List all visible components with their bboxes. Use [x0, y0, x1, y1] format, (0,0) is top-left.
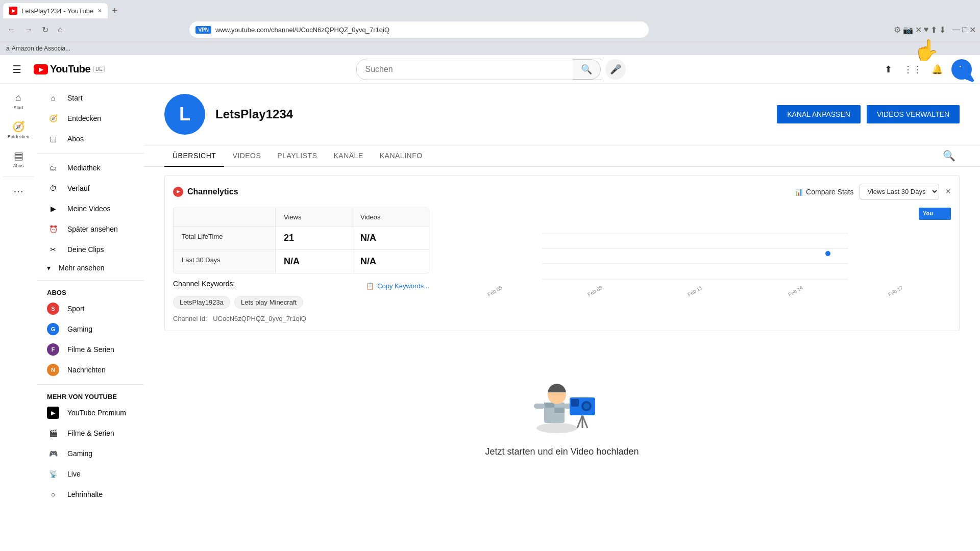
svg-point-5	[536, 423, 577, 433]
videos-col-header: Videos	[352, 208, 429, 227]
sidebar-item-home[interactable]: ⌂ Start	[37, 88, 144, 108]
total-videos-value: N/A	[352, 227, 429, 250]
last30-row: Last 30 Days N/A N/A	[174, 250, 429, 273]
home-label: Start	[13, 105, 23, 110]
copy-keywords-button[interactable]: 📋 Copy Keywords...	[366, 282, 429, 290]
sidebar-explore-item[interactable]: 🧭 Entdecken	[2, 116, 35, 143]
main-content: L LetsPlay1234 KANAL ANPASSEN VIDEOS VER…	[144, 84, 980, 551]
gaming-channel-icon: G	[47, 323, 59, 335]
sidebar-item-abos[interactable]: ▤ Abos	[37, 129, 144, 149]
user-avatar-button[interactable]: L	[951, 59, 972, 80]
sidebar-more-button[interactable]: ▾ Mehr ansehen	[37, 260, 144, 276]
stats-section: Views Videos Total LifeTime 21 N/A	[173, 208, 429, 322]
sidebar-item-filme-serien[interactable]: F Filme & Serien	[37, 339, 144, 360]
sidebar-item-gaming[interactable]: G Gaming	[37, 319, 144, 339]
channel-id-value: UCocN6zQPHQZ_0yvq_7r1qiQ	[213, 315, 306, 322]
header-left: ☰ YouTube DE	[8, 59, 105, 80]
sidebar-mini-extra[interactable]: ⋯	[2, 181, 35, 202]
tab-playlists[interactable]: PLAYLISTS	[269, 145, 325, 167]
sidebar-item-lehrinhalte[interactable]: ○ Lehrinhalte	[37, 484, 144, 505]
sidebar-divider	[3, 177, 34, 177]
watch-later-label: Später ansehen	[67, 225, 118, 233]
sidebar-item-filme-mehr[interactable]: 🎬 Filme & Serien	[37, 423, 144, 443]
search-button[interactable]: 🔍	[573, 59, 601, 80]
extension-icon-1[interactable]: ⚙	[894, 25, 901, 35]
extension-icon-6[interactable]: ⬇	[939, 25, 946, 35]
close-window-button[interactable]: ✕	[969, 25, 976, 35]
home-button[interactable]: ⌂	[55, 23, 66, 36]
clips-icon: ✂	[47, 243, 59, 256]
sidebar-item-history[interactable]: ⏱ Verlauf	[37, 178, 144, 198]
total-views-value: 21	[276, 227, 352, 250]
upload-button[interactable]: ⬆	[878, 59, 898, 80]
total-lifetime-row: Total LifeTime 21 N/A	[174, 227, 429, 250]
customize-channel-button[interactable]: KANAL ANPASSEN	[777, 105, 861, 123]
sidebar-item-live[interactable]: 📡 Live	[37, 464, 144, 484]
extension-icon-2[interactable]: 📷	[903, 25, 913, 35]
youtube-logo-badge: DE	[93, 66, 105, 72]
forward-button[interactable]: →	[21, 23, 36, 36]
tab-kanale[interactable]: KANÄLE	[325, 145, 371, 167]
microphone-button[interactable]: 🎤	[605, 59, 626, 80]
search-icon: 🔍	[581, 64, 592, 74]
mini-sidebar: ⌂ Start 🧭 Entdecken ▤ Abos ⋯	[0, 84, 37, 551]
explore-icon: 🧭	[12, 120, 25, 133]
keywords-tags: LetsPlay1923a Lets play Minecraft	[173, 296, 429, 309]
maximize-button[interactable]: □	[962, 25, 967, 34]
back-button[interactable]: ←	[4, 23, 18, 36]
new-tab-button[interactable]: +	[108, 4, 121, 18]
mehr-section-header: MEHR VON YOUTUBE	[37, 389, 144, 403]
bookmark-amazon[interactable]: a Amazon.de Associa...	[4, 44, 72, 53]
tab-kanalinfo[interactable]: KANALINFO	[372, 145, 431, 167]
sidebar-item-gaming-mehr[interactable]: 🎮 Gaming	[37, 443, 144, 464]
youtube-logo[interactable]: YouTube DE	[34, 63, 105, 75]
search-input[interactable]	[357, 61, 573, 78]
apps-button[interactable]: ⋮⋮	[902, 59, 923, 80]
sidebar-home-item[interactable]: ⌂ Start	[2, 88, 35, 114]
sidebar-item-watch-later[interactable]: ⏰ Später ansehen	[37, 219, 144, 239]
panel-controls: 📊 Compare Stats Views Last 30 Days ×	[794, 184, 951, 199]
gaming-mehr-icon: 🎮	[47, 447, 59, 460]
sidebar-item-explore[interactable]: 🧭 Entdecken	[37, 108, 144, 129]
tab-close-button[interactable]: ×	[97, 7, 102, 15]
extension-icon-3[interactable]: ✕	[915, 25, 922, 35]
sidebar-item-my-videos[interactable]: ▶ Meine Videos	[37, 198, 144, 219]
sidebar-item-yt-premium[interactable]: ▶ YouTube Premium	[37, 403, 144, 423]
chart-svg	[439, 223, 951, 284]
youtube-header: ☰ YouTube DE 🔍 🎤 ⬆ ⋮⋮	[0, 55, 980, 84]
sidebar-item-nachrichten[interactable]: N Nachrichten	[37, 360, 144, 380]
minimize-button[interactable]: —	[952, 25, 960, 34]
filme-serien-label: Filme & Serien	[67, 345, 114, 354]
notifications-button[interactable]: 🔔	[927, 59, 947, 80]
header-right: ⬆ ⋮⋮ 🔔 L	[878, 59, 972, 80]
channel-search-button[interactable]: 🔍	[939, 145, 960, 166]
stats-grid: Views Videos Total LifeTime 21 N/A	[173, 208, 429, 273]
stats-dropdown[interactable]: Views Last 30 Days	[860, 184, 939, 199]
manage-videos-button[interactable]: VIDEOS VERWALTEN	[867, 105, 960, 123]
address-bar[interactable]: VPN www.youtube.com/channel/UCocN6zQPHQZ…	[189, 21, 649, 38]
filme-mehr-icon: 🎬	[47, 427, 59, 439]
panel-title-wrap: ▶ Channelytics	[173, 187, 238, 197]
sidebar-item-clips[interactable]: ✂ Deine Clips	[37, 239, 144, 260]
browser-actions: ⚙ 📷 ✕ ♥ ⬆ ⬇ — □ ✕	[894, 25, 976, 35]
date-label-0: Feb 05	[486, 285, 503, 297]
tab-ubersicht[interactable]: ÜBERSICHT	[164, 145, 224, 167]
extension-icon-5[interactable]: ⬆	[930, 25, 937, 35]
sidebar-subs-item[interactable]: ▤ Abos	[2, 145, 35, 172]
extension-icon-4[interactable]: ♥	[924, 25, 929, 34]
channel-header: L LetsPlay1234 KANAL ANPASSEN VIDEOS VER…	[144, 84, 980, 145]
hamburger-button[interactable]: ☰	[8, 59, 26, 80]
more-chevron-icon: ▾	[47, 264, 51, 272]
refresh-button[interactable]: ↻	[39, 23, 52, 37]
compare-stats-button[interactable]: 📊 Compare Stats	[794, 188, 853, 196]
channel-name: LetsPlay1234	[215, 107, 293, 121]
sidebar-item-sport[interactable]: S Sport	[37, 298, 144, 319]
tab-videos[interactable]: VIDEOS	[224, 145, 269, 167]
active-tab[interactable]: ▶ LetsPlay1234 - YouTube ×	[3, 3, 108, 18]
abos-sidebar-label: Abos	[67, 135, 84, 143]
date-label-1: Feb 08	[586, 285, 603, 297]
panel-close-button[interactable]: ×	[945, 186, 951, 197]
svg-rect-10	[554, 408, 565, 413]
sidebar-item-library[interactable]: 🗂 Mediathek	[37, 158, 144, 178]
tab-title: LetsPlay1234 - YouTube	[21, 7, 93, 15]
